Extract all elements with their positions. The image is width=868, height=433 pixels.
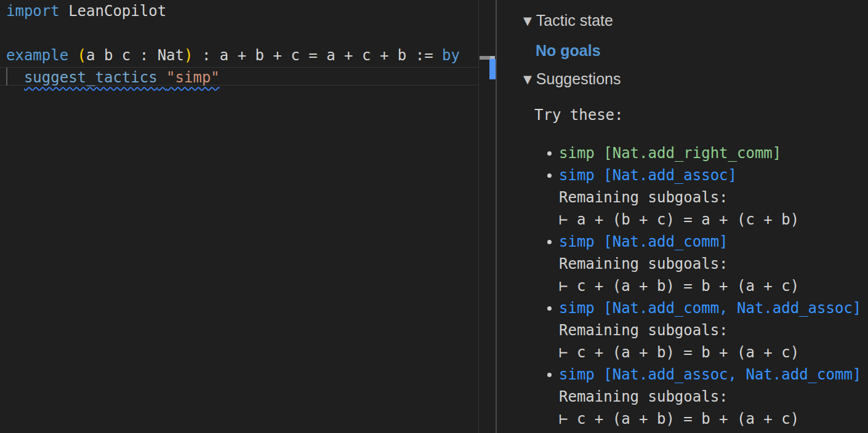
simp-string-literal: "simp": [166, 69, 220, 86]
suggestion-item: simp [Nat.add_comm, Nat.add_assoc] Remai…: [559, 297, 868, 363]
remaining-subgoals-label: Remaining subgoals:: [559, 319, 868, 341]
suggestion-item: simp [Nat.add_assoc, Nat.add_comm] Remai…: [559, 363, 868, 430]
suggestion-item: simp [Nat.add_right_comm]: [559, 142, 868, 164]
bullet-icon: [547, 173, 552, 178]
space: [158, 69, 166, 86]
tactic-state-header[interactable]: ▼Tactic state: [523, 12, 868, 30]
subgoal-text: ⊢ c + (a + b) = b + (a + c): [559, 408, 868, 430]
vscode-lean-workspace: import LeanCopilot example (a b c : Nat)…: [0, 0, 868, 433]
suggestion-tactic-link[interactable]: simp [Nat.add_assoc]: [559, 164, 868, 186]
suggestions-title: Suggestions: [536, 70, 621, 87]
binders-text: a b c : Nat: [86, 47, 184, 64]
bullet-icon: [547, 373, 552, 377]
bullet-icon: [547, 240, 552, 244]
subgoal-text: ⊢ c + (a + b) = b + (a + c): [559, 275, 868, 297]
remaining-subgoals-label: Remaining subgoals:: [559, 186, 868, 209]
import-keyword: import: [6, 2, 60, 20]
statement-text: : a + b + c = a + c + b :=: [193, 47, 442, 64]
subgoal-text: ⊢ a + (b + c) = a + (c + b): [559, 209, 868, 231]
module-name: LeanCopilot: [60, 2, 166, 20]
no-goals-status: No goals: [536, 42, 868, 58]
bullet-icon: [547, 306, 552, 311]
suggestion-tactic-link[interactable]: simp [Nat.add_comm, Nat.add_assoc]: [559, 297, 868, 319]
indent-spaces: [6, 69, 24, 86]
remaining-subgoals-label: Remaining subgoals:: [559, 253, 868, 275]
code-line-import: import LeanCopilot: [0, 0, 478, 22]
info-squiggle-underline: suggest_tactics "simp": [24, 69, 220, 86]
bullet-icon: [547, 151, 552, 156]
subgoal-text: ⊢ c + (a + b) = b + (a + c): [559, 341, 868, 363]
suggestion-tactic-link[interactable]: simp [Nat.add_comm]: [559, 231, 868, 253]
try-these-label: Try these:: [534, 107, 868, 123]
collapse-triangle-icon: ▼: [523, 71, 532, 87]
suggestion-list: simp [Nat.add_right_comm] simp [Nat.add_…: [559, 142, 868, 430]
example-keyword: example: [6, 47, 68, 64]
lean-infoview: ▼Tactic state No goals ▼Suggestions Try …: [497, 0, 868, 433]
suggestion-item: simp [Nat.add_assoc] Remaining subgoals:…: [559, 164, 868, 231]
code-line-tactic: suggest_tactics "simp": [0, 66, 478, 89]
code-editor[interactable]: import LeanCopilot example (a b c : Nat)…: [0, 0, 478, 433]
tactic-state-title: Tactic state: [536, 12, 613, 29]
space: [68, 47, 77, 64]
suggestion-tactic-link[interactable]: simp [Nat.add_right_comm]: [559, 142, 868, 164]
collapse-triangle-icon: ▼: [523, 13, 532, 29]
remaining-subgoals-label: Remaining subgoals:: [559, 386, 868, 408]
code-line-example: example (a b c : Nat) : a + b + c = a + …: [0, 44, 478, 66]
close-paren: ): [184, 47, 193, 64]
suggestion-item: simp [Nat.add_comm] Remaining subgoals: …: [559, 231, 868, 297]
suggest-tactics-call: suggest_tactics: [24, 69, 158, 86]
by-keyword: by: [442, 47, 460, 64]
suggestion-tactic-link[interactable]: simp [Nat.add_assoc, Nat.add_comm]: [559, 363, 868, 386]
open-paren: (: [78, 47, 86, 64]
overview-ruler: [478, 0, 496, 433]
suggestions-header[interactable]: ▼Suggestions: [523, 71, 868, 89]
